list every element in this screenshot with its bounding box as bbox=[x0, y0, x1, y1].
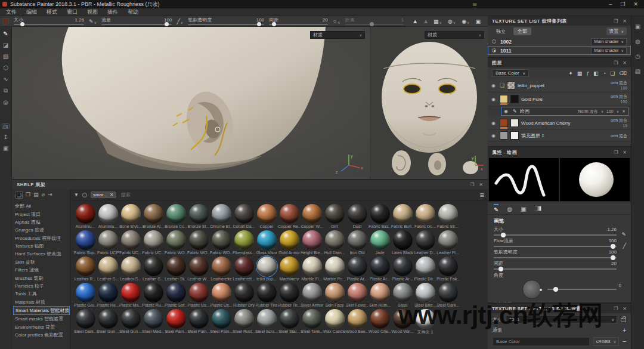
material-item[interactable]: Steel Tank... bbox=[301, 308, 323, 335]
material-thumbnail[interactable] bbox=[234, 283, 254, 302]
add-folder-icon[interactable]: ❏ bbox=[610, 70, 615, 76]
paint-tool-icon[interactable]: ✎ bbox=[3, 30, 8, 37]
material-item[interactable]: Steel Scra... bbox=[255, 308, 278, 335]
shelf-doc-icon[interactable]: ▤ bbox=[33, 192, 39, 199]
material-item[interactable]: Leather S... bbox=[97, 256, 119, 282]
material-thumbnail[interactable] bbox=[325, 204, 345, 224]
polygon-fill-tool-icon[interactable]: ⬡ bbox=[3, 64, 8, 71]
angle-control[interactable]: 0 bbox=[494, 280, 625, 299]
add-effect-icon[interactable]: ƒ bbox=[586, 70, 589, 76]
material-thumbnail[interactable] bbox=[144, 309, 163, 329]
material-dropdown-3d[interactable]: 材质∨ bbox=[310, 31, 365, 39]
material-thumbnail[interactable] bbox=[234, 204, 254, 224]
material-thumbnail[interactable] bbox=[98, 283, 118, 302]
material-thumbnail[interactable] bbox=[144, 230, 163, 250]
grid-view-icon[interactable]: ⊞ bbox=[479, 192, 484, 198]
material-item[interactable]: Plastic Glo... bbox=[74, 282, 97, 308]
shelf-category-item[interactable]: Smart masks 智能遮罩 bbox=[13, 315, 70, 323]
search-tag[interactable]: smar... ✕ bbox=[91, 192, 116, 198]
flow-slider[interactable]: 流量100 bbox=[101, 18, 172, 25]
material-thumbnail[interactable] bbox=[76, 309, 95, 329]
material-item[interactable]: Plastic Fak... bbox=[436, 256, 459, 282]
material-item[interactable]: Cobalt Da... bbox=[233, 203, 255, 230]
material-thumbnail[interactable] bbox=[76, 230, 95, 250]
material-thumbnail[interactable] bbox=[144, 283, 163, 302]
add-mask-icon[interactable]: ◧ bbox=[593, 70, 599, 76]
material-item[interactable]: Skin Face bbox=[323, 282, 346, 308]
shader-dropdown[interactable]: Main shader∨ bbox=[591, 47, 627, 54]
material-item[interactable]: Silver Armor bbox=[301, 282, 323, 308]
material-item[interactable]: Steel Med... bbox=[142, 308, 165, 335]
projection-tool-icon[interactable]: ▧ bbox=[3, 53, 8, 60]
shelf-category-item[interactable]: Procedurals 程序纹理 bbox=[13, 234, 70, 242]
shelf-category-item[interactable]: Environments 背景 bbox=[13, 323, 70, 331]
material-item[interactable]: Rubber Dry bbox=[233, 282, 255, 308]
material-thumbnail[interactable] bbox=[280, 204, 299, 224]
material-item[interactable]: Fiberglass... bbox=[233, 230, 255, 256]
material-item[interactable]: Dust bbox=[346, 203, 369, 230]
material-thumbnail[interactable] bbox=[302, 283, 322, 302]
shelf-category-item[interactable]: Brushes 笔刷 bbox=[13, 274, 70, 282]
flow-property-slider[interactable]: Flow流量100 ╱ bbox=[494, 238, 625, 247]
tab-stencil-icon[interactable]: ▣ bbox=[521, 205, 526, 212]
material-item[interactable]: Leather R... bbox=[74, 256, 97, 282]
color-filter-icon[interactable] bbox=[82, 193, 87, 197]
material-item[interactable]: Plastic Us... bbox=[210, 282, 233, 308]
blend-mode[interactable]: orm 混合 bbox=[611, 80, 627, 85]
material-thumbnail[interactable] bbox=[257, 257, 277, 276]
material-item[interactable]: Height Ble... bbox=[301, 230, 323, 256]
opacity-slider[interactable]: 笔刷透明度100 bbox=[188, 18, 264, 25]
material-thumbnail[interactable] bbox=[348, 283, 367, 302]
material-item[interactable]: Plastic Ar... bbox=[369, 256, 391, 282]
shelf-category-item[interactable]: 全部 All bbox=[13, 202, 70, 210]
tab-alpha-icon[interactable]: ◍ bbox=[507, 205, 512, 212]
viewport-2d[interactable]: yx 材质∨ bbox=[370, 27, 488, 179]
material-item[interactable]: Fabric Bas... bbox=[369, 203, 391, 230]
material-item[interactable]: Fabric WO... bbox=[187, 230, 210, 256]
material-thumbnail[interactable] bbox=[438, 257, 458, 276]
material-thumbnail[interactable] bbox=[121, 309, 141, 329]
fill-layer-icon[interactable]: ◔ bbox=[603, 70, 606, 76]
delete-layer-icon[interactable]: ⌫ bbox=[619, 70, 627, 76]
magic-wand-icon[interactable]: ✦ bbox=[568, 70, 573, 76]
material-thumbnail[interactable] bbox=[76, 283, 95, 302]
paint-effect-row-selected[interactable]: ◉ ✎ 绘画 Norm 混合∨ 100∨ ✕ bbox=[501, 107, 628, 116]
material-thumbnail[interactable] bbox=[166, 257, 186, 276]
material-picker-icon[interactable]: ◎ bbox=[3, 99, 8, 106]
shader-settings-panel-icon[interactable]: ◍ bbox=[635, 38, 640, 45]
material-thumbnail[interactable] bbox=[212, 230, 231, 250]
material-thumbnail[interactable] bbox=[416, 204, 435, 224]
material-thumbnail[interactable] bbox=[76, 204, 95, 224]
layout-icon[interactable]: ⊞ bbox=[473, 2, 477, 7]
material-item[interactable]: Leather S... bbox=[142, 256, 165, 282]
material-item[interactable]: Copper Re... bbox=[278, 203, 301, 230]
material-item[interactable]: Rubber Tir... bbox=[278, 282, 301, 308]
material-item[interactable]: Plastic Ru... bbox=[142, 282, 165, 308]
material-item[interactable]: Marble Po... bbox=[323, 256, 346, 282]
opacity-property-slider[interactable]: 笔刷透明度100 bbox=[494, 249, 625, 258]
float-panel-icon[interactable]: ❐ bbox=[470, 182, 474, 187]
material-item[interactable]: Latex Black bbox=[391, 230, 414, 256]
stroke-preset-icon[interactable]: ╱∨ bbox=[177, 18, 183, 24]
photoshop-icon[interactable]: Ps bbox=[2, 123, 9, 129]
material-item[interactable]: Copper W... bbox=[301, 203, 323, 230]
material-item[interactable]: Steel Dark... bbox=[74, 308, 97, 335]
material-item[interactable]: Bronze Co... bbox=[165, 203, 187, 230]
material-item[interactable]: Steel Pain... bbox=[210, 308, 233, 335]
material-thumbnail[interactable] bbox=[370, 309, 390, 329]
material-thumbnail[interactable] bbox=[257, 230, 277, 250]
layer-row[interactable]: ◉ 填充图层 1 orm 混合 bbox=[488, 130, 631, 141]
blend-mode[interactable]: Norm 混合 bbox=[578, 109, 598, 115]
effect-opacity[interactable]: 100 bbox=[606, 109, 614, 113]
export-icon[interactable]: ↥ bbox=[3, 134, 8, 140]
settings-dropdown[interactable]: 设置∨ bbox=[606, 27, 627, 35]
material-thumbnail[interactable] bbox=[438, 204, 458, 224]
material-item[interactable]: Dirt bbox=[323, 203, 346, 230]
material-item[interactable]: Wood Bee... bbox=[346, 308, 369, 335]
format-dropdown[interactable]: sRGB8∨ bbox=[593, 337, 620, 346]
material-item[interactable]: Plastic Ar... bbox=[346, 256, 369, 282]
material-item[interactable]: Chrome Bl... bbox=[210, 203, 233, 230]
material-thumbnail[interactable] bbox=[302, 230, 322, 250]
material-thumbnail[interactable] bbox=[166, 309, 186, 329]
material-item[interactable]: Fabric WO... bbox=[165, 230, 187, 256]
